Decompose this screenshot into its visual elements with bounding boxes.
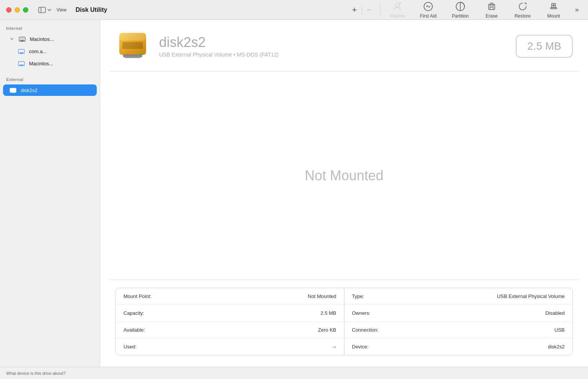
- toolbar-actions: Volume First Aid: [382, 0, 569, 20]
- title-bar: View Disk Utility + − Volume: [0, 0, 588, 20]
- more-icon: »: [575, 6, 579, 14]
- sidebar-item-macintos-parent[interactable]: Macintos...: [3, 33, 97, 45]
- add-remove-group: + −: [348, 4, 375, 16]
- partition-action[interactable]: Partition: [444, 0, 476, 20]
- minimize-button[interactable]: [15, 7, 20, 13]
- first-aid-label: First Aid: [420, 13, 437, 19]
- svg-point-37: [140, 52, 142, 55]
- svg-line-31: [10, 92, 11, 93]
- erase-icon: [486, 1, 497, 12]
- sidebar-item-coma[interactable]: com.a...: [11, 45, 97, 57]
- info-row-connection: Connection: USB: [344, 322, 573, 339]
- drive-icon-disk2s2: [9, 86, 17, 94]
- svg-line-24: [24, 53, 24, 54]
- add-remove-separator: [362, 6, 362, 14]
- sidebar-toggle-icon: [38, 7, 46, 13]
- content-area: disk2s2 USB External Physical Volume • M…: [100, 20, 588, 367]
- mount-point-label: Mount Point:: [123, 293, 151, 299]
- partition-label: Partition: [452, 13, 469, 19]
- traffic-lights: [6, 7, 28, 13]
- toolbar-separator-1: [380, 3, 380, 17]
- sidebar-item-label-macintos-vol: Macintos...: [29, 61, 53, 66]
- expand-arrow-icon: [9, 36, 15, 42]
- first-aid-icon: [423, 1, 434, 12]
- restore-icon: [517, 1, 528, 12]
- svg-line-23: [18, 53, 19, 54]
- mount-point-value: Not Mounted: [308, 293, 336, 299]
- disk-size-badge: 2.5 MB: [516, 35, 573, 58]
- sidebar-item-label-coma: com.a...: [29, 49, 47, 54]
- svg-point-2: [395, 3, 399, 7]
- capacity-value: 2.5 MB: [320, 310, 336, 316]
- disk-name: disk2s2: [159, 35, 507, 50]
- remove-volume-button[interactable]: −: [363, 4, 375, 16]
- volume-action[interactable]: Volume: [382, 0, 413, 20]
- volume-label: Volume: [390, 13, 405, 19]
- used-label: Used:: [123, 344, 136, 350]
- mount-label: Mount: [547, 13, 560, 19]
- svg-point-7: [429, 6, 430, 6]
- info-grid: Mount Point: Not Mounted Capacity: 2.5 M…: [115, 288, 573, 355]
- toolbar-more-button[interactable]: »: [572, 4, 582, 15]
- sidebar-item-label-disk2s2: disk2s2: [21, 87, 37, 93]
- svg-point-30: [11, 92, 15, 93]
- erase-label: Erase: [486, 13, 497, 19]
- bottom-bar: What device is this drive about?: [0, 367, 588, 379]
- chevron-down-icon: [47, 8, 51, 12]
- info-row-mount-point: Mount Point: Not Mounted: [116, 288, 344, 305]
- info-grid-wrapper: Mount Point: Not Mounted Capacity: 2.5 M…: [100, 280, 588, 367]
- connection-value: USB: [554, 327, 565, 333]
- disk-info: disk2s2 USB External Physical Volume • M…: [159, 35, 507, 58]
- volume-icon: [392, 1, 403, 12]
- sidebar-toggle-button[interactable]: [36, 5, 54, 15]
- disk-subtitle: USB External Physical Volume • MS-DOS (F…: [159, 52, 507, 58]
- sidebar-item-macintos-vol[interactable]: Macintos...: [11, 58, 97, 69]
- disk-header: disk2s2 USB External Physical Volume • M…: [100, 20, 588, 71]
- device-label: Device:: [352, 344, 369, 350]
- capacity-label: Capacity:: [123, 310, 144, 316]
- drive-icon: [18, 35, 26, 43]
- svg-line-28: [24, 65, 24, 66]
- svg-point-6: [426, 6, 427, 6]
- volume-icon-macintos-vol: [18, 60, 25, 67]
- restore-label: Restore: [515, 13, 531, 19]
- svg-line-18: [19, 41, 20, 42]
- svg-rect-0: [39, 7, 45, 12]
- not-mounted-section: Not Mounted: [100, 71, 588, 280]
- info-row-owners: Owners: Disabled: [344, 305, 573, 322]
- sidebar-item-label-macintos-parent: Macintos...: [30, 36, 54, 42]
- maximize-button[interactable]: [23, 7, 28, 13]
- close-button[interactable]: [6, 7, 11, 13]
- info-column-left: Mount Point: Not Mounted Capacity: 2.5 M…: [116, 288, 344, 355]
- disk-icon: [116, 30, 149, 63]
- restore-action[interactable]: Restore: [507, 0, 538, 20]
- disk-icon-wrapper: [115, 29, 150, 63]
- info-row-available: Available: Zero KB: [116, 322, 344, 339]
- erase-action[interactable]: Erase: [476, 0, 507, 20]
- info-column-right: Type: USB External Physical Volume Owner…: [344, 288, 573, 355]
- bottom-bar-text: What device is this drive about?: [6, 371, 65, 376]
- device-value: disk2s2: [548, 344, 565, 350]
- svg-rect-34: [119, 33, 146, 40]
- owners-value: Disabled: [545, 310, 565, 316]
- svg-rect-36: [125, 57, 141, 58]
- mount-icon: [548, 1, 559, 12]
- info-row-capacity: Capacity: 2.5 MB: [116, 305, 344, 322]
- used-value: --: [333, 344, 336, 350]
- info-row-type: Type: USB External Physical Volume: [344, 288, 573, 305]
- svg-line-19: [24, 41, 25, 42]
- first-aid-action[interactable]: First Aid: [413, 0, 444, 20]
- info-row-device: Device: disk2s2: [344, 339, 573, 355]
- toolbar-left: View: [36, 5, 67, 15]
- mount-action[interactable]: Mount: [538, 0, 569, 20]
- available-label: Available:: [123, 327, 145, 333]
- sidebar-section-external: External: [0, 76, 100, 84]
- owners-label: Owners:: [352, 310, 370, 316]
- type-label: Type:: [352, 293, 364, 299]
- add-volume-button[interactable]: +: [348, 4, 361, 16]
- app-title: Disk Utility: [76, 6, 107, 13]
- svg-rect-38: [122, 42, 143, 49]
- svg-rect-20: [20, 38, 24, 40]
- sidebar-item-disk2s2[interactable]: disk2s2: [3, 84, 97, 96]
- svg-line-32: [15, 92, 16, 93]
